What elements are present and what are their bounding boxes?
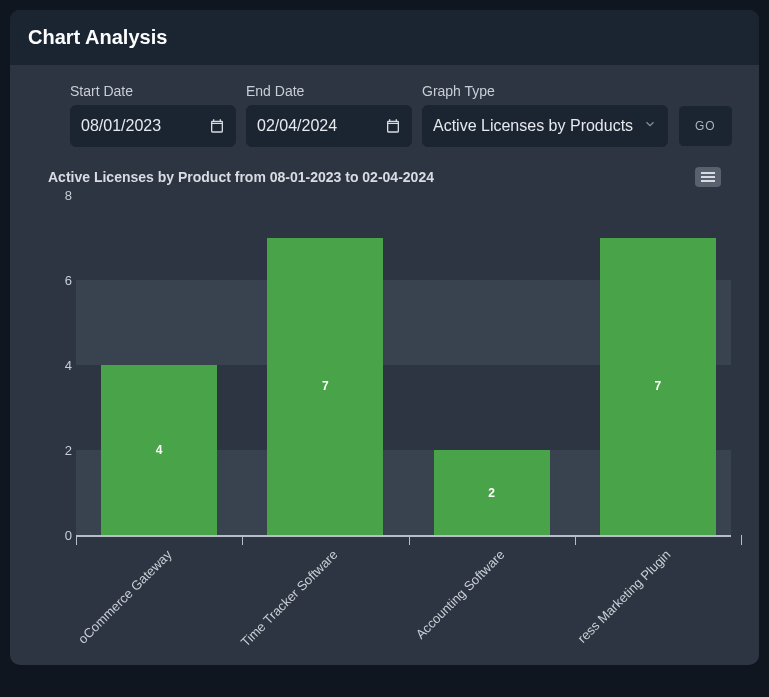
x-category-label: oCommerce Gateway: [75, 547, 175, 647]
x-tick: [575, 535, 576, 545]
chart-plot: 024684727: [76, 195, 731, 535]
chart-container: Active Licenses by Product from 08-01-20…: [10, 157, 759, 665]
end-date-label: End Date: [246, 83, 412, 99]
go-button[interactable]: GO: [678, 105, 733, 147]
bar-value-label: 2: [488, 486, 495, 500]
chevron-down-icon: [643, 117, 657, 135]
bar-value-label: 7: [322, 379, 329, 393]
y-tick: 8: [52, 188, 72, 203]
chart-bar[interactable]: 7: [600, 238, 716, 536]
calendar-icon: [385, 118, 401, 134]
end-date-input[interactable]: 02/04/2024: [246, 105, 412, 147]
y-tick: 0: [52, 528, 72, 543]
x-category-label: ress Marketing Plugin: [574, 547, 673, 646]
x-tick: [409, 535, 410, 545]
start-date-field: Start Date 08/01/2023: [70, 83, 236, 147]
end-date-value: 02/04/2024: [257, 117, 337, 135]
graph-type-field: Graph Type Active Licenses by Products: [422, 83, 668, 147]
x-tick: [76, 535, 77, 545]
chart-bar[interactable]: 2: [434, 450, 550, 535]
y-tick: 6: [52, 273, 72, 288]
graph-type-label: Graph Type: [422, 83, 668, 99]
calendar-icon: [209, 118, 225, 134]
y-tick: 4: [52, 358, 72, 373]
page-title: Chart Analysis: [28, 26, 741, 49]
graph-type-value: Active Licenses by Products: [433, 117, 633, 135]
start-date-label: Start Date: [70, 83, 236, 99]
chart-menu-button[interactable]: [695, 167, 721, 187]
x-category-label: Accounting Software: [412, 547, 507, 642]
end-date-field: End Date 02/04/2024: [246, 83, 412, 147]
x-tick: [741, 535, 742, 545]
controls-row: Start Date 08/01/2023 End Date 02/04/202…: [10, 65, 759, 157]
x-tick: [242, 535, 243, 545]
chart-title: Active Licenses by Product from 08-01-20…: [48, 169, 434, 185]
x-axis: [76, 535, 731, 537]
chart-header: Active Licenses by Product from 08-01-20…: [48, 167, 721, 187]
start-date-value: 08/01/2023: [81, 117, 161, 135]
graph-type-select[interactable]: Active Licenses by Products: [422, 105, 668, 147]
chart-area: 024684727 oCommerce GatewayTime Tracker …: [48, 195, 731, 665]
chart-analysis-panel: Chart Analysis Start Date 08/01/2023 End…: [10, 10, 759, 665]
start-date-input[interactable]: 08/01/2023: [70, 105, 236, 147]
x-category-label: Time Tracker Software: [238, 547, 341, 650]
bar-value-label: 4: [156, 443, 163, 457]
y-tick: 2: [52, 443, 72, 458]
bar-value-label: 7: [655, 379, 662, 393]
chart-bar[interactable]: 4: [101, 365, 217, 535]
hamburger-icon: [701, 172, 715, 182]
chart-bar[interactable]: 7: [267, 238, 383, 536]
panel-header: Chart Analysis: [10, 10, 759, 65]
